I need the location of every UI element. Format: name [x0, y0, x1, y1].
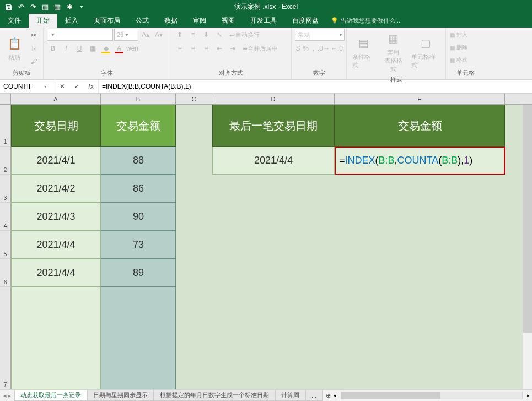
row-header-7[interactable]: 7: [0, 287, 11, 389]
cell-B5[interactable]: 73: [101, 231, 176, 259]
cell-C1[interactable]: [176, 105, 212, 147]
cell-C3[interactable]: [176, 175, 212, 203]
tab-data[interactable]: 数据: [157, 14, 185, 28]
fill-color-button[interactable]: ◆: [100, 42, 112, 55]
merge-button[interactable]: ⬌ 合并后居中: [240, 42, 281, 55]
cell-B1[interactable]: 交易金额: [101, 105, 176, 147]
cell-A1[interactable]: 交易日期: [11, 105, 101, 147]
row-header-3[interactable]: 3: [0, 175, 11, 203]
cell-E2[interactable]: =INDEX(B:B, COUNTA(B:B), 1): [335, 147, 505, 175]
cell-B7[interactable]: [101, 287, 176, 389]
tab-file[interactable]: 文件: [0, 14, 29, 28]
cell-D7[interactable]: [212, 287, 335, 389]
name-box-dropdown-icon[interactable]: ▾: [44, 84, 46, 89]
cell-B3[interactable]: 86: [101, 175, 176, 203]
paste-button[interactable]: 📋 粘贴: [3, 34, 25, 63]
cell-A7[interactable]: [11, 287, 101, 389]
tab-review[interactable]: 审阅: [185, 14, 214, 28]
cut-icon[interactable]: ✂: [28, 29, 40, 41]
cell-C7[interactable]: [176, 287, 212, 389]
sheet-tab-more[interactable]: ...: [305, 390, 323, 401]
tab-baidu[interactable]: 百度网盘: [284, 14, 326, 28]
tab-view[interactable]: 视图: [214, 14, 243, 28]
indent-dec-icon[interactable]: ⇤: [213, 42, 225, 55]
align-center-icon[interactable]: ≡: [187, 42, 199, 55]
cell-C2[interactable]: [176, 147, 212, 175]
delete-cells-button[interactable]: ▦ 删除: [449, 41, 481, 53]
cell-styles-button[interactable]: ▢单元格样式: [409, 33, 442, 71]
qat-dropdown-icon[interactable]: ▾: [76, 2, 87, 13]
cell-E5[interactable]: [335, 231, 505, 259]
italic-button[interactable]: I: [60, 42, 72, 55]
cell-D4[interactable]: [212, 203, 335, 231]
col-header-E[interactable]: E: [335, 94, 505, 104]
tab-insert[interactable]: 插入: [57, 14, 86, 28]
align-right-icon[interactable]: ≡: [200, 42, 212, 55]
cell-E6[interactable]: [335, 259, 505, 287]
hscroll-left-icon[interactable]: ◂: [334, 393, 336, 398]
col-header-B[interactable]: B: [101, 94, 176, 104]
qat-btn-6[interactable]: ✱: [64, 2, 75, 13]
align-middle-icon[interactable]: ≡: [187, 29, 199, 41]
orientation-icon[interactable]: ⤡: [213, 29, 225, 41]
tab-home[interactable]: 开始: [29, 14, 57, 28]
tab-layout[interactable]: 页面布局: [86, 14, 128, 28]
font-size-combo[interactable]: 26▾: [114, 29, 138, 41]
row-header-5[interactable]: 5: [0, 231, 11, 259]
border-button[interactable]: ▦: [87, 42, 99, 55]
cell-E1[interactable]: 交易金额: [335, 105, 505, 147]
inc-decimal-button[interactable]: .0→: [318, 42, 330, 55]
sheet-tab-active[interactable]: 动态获取最后一条记录: [14, 390, 87, 401]
qat-btn-5[interactable]: ▦: [52, 2, 63, 13]
sheet-last-icon[interactable]: ▸: [8, 392, 11, 399]
cell-D3[interactable]: [212, 175, 335, 203]
spreadsheet-grid[interactable]: A B C D E 1 交易日期 交易金额 最后一笔交易日期 交易金额 2 20…: [0, 94, 532, 389]
cell-C4[interactable]: [176, 203, 212, 231]
sheet-tab-2[interactable]: 日期与星期同步显示: [87, 390, 154, 401]
cell-D5[interactable]: [212, 231, 335, 259]
number-format-combo[interactable]: 常规▾: [295, 29, 345, 41]
cell-C6[interactable]: [176, 259, 212, 287]
cell-A2[interactable]: 2021/4/1: [11, 147, 101, 175]
row-header-2[interactable]: 2: [0, 147, 11, 175]
col-header-D[interactable]: D: [212, 94, 335, 104]
undo-icon[interactable]: ↶: [15, 2, 26, 13]
redo-icon[interactable]: ↷: [28, 2, 39, 13]
name-box-input[interactable]: [3, 83, 42, 90]
cell-E4[interactable]: [335, 203, 505, 231]
shrink-font-icon[interactable]: A▾: [153, 29, 165, 41]
cell-E3[interactable]: [335, 175, 505, 203]
tab-dev[interactable]: 开发工具: [243, 14, 284, 28]
format-cells-button[interactable]: ▦ 格式: [449, 54, 481, 66]
underline-button[interactable]: U: [73, 42, 85, 55]
cell-E7[interactable]: [335, 287, 505, 389]
cell-C5[interactable]: [176, 231, 212, 259]
cell-B4[interactable]: 90: [101, 203, 176, 231]
fx-icon[interactable]: fx: [84, 83, 98, 90]
tab-formulas[interactable]: 公式: [128, 14, 157, 28]
cell-A6[interactable]: 2021/4/4: [11, 259, 101, 287]
select-all-corner[interactable]: [0, 94, 11, 104]
col-header-C[interactable]: C: [176, 94, 212, 104]
horizontal-scrollbar[interactable]: ◂ ▸: [334, 392, 532, 399]
cell-A5[interactable]: 2021/4/4: [11, 231, 101, 259]
align-top-icon[interactable]: ⬆: [174, 29, 186, 41]
qat-btn-4[interactable]: ▦: [40, 2, 51, 13]
hscroll-right-icon[interactable]: ▸: [527, 393, 530, 398]
bold-button[interactable]: B: [47, 42, 59, 55]
grow-font-icon[interactable]: A▴: [139, 29, 152, 41]
phonetic-button[interactable]: wén: [126, 42, 138, 55]
font-family-combo[interactable]: ▾: [47, 29, 113, 41]
name-box[interactable]: ▾: [0, 80, 55, 93]
hscroll-thumb[interactable]: [341, 392, 440, 399]
row-header-4[interactable]: 4: [0, 203, 11, 231]
col-header-A[interactable]: A: [11, 94, 101, 104]
save-icon[interactable]: [3, 2, 14, 13]
copy-icon[interactable]: ⎘: [28, 42, 40, 55]
cell-B2[interactable]: 88: [101, 147, 176, 175]
percent-button[interactable]: %: [302, 42, 309, 55]
vertical-scrollbar[interactable]: [523, 105, 532, 389]
format-painter-icon[interactable]: 🖌: [28, 56, 40, 68]
sheet-first-icon[interactable]: ◂: [3, 392, 7, 399]
sheet-tab-4[interactable]: 计算周: [275, 390, 305, 401]
